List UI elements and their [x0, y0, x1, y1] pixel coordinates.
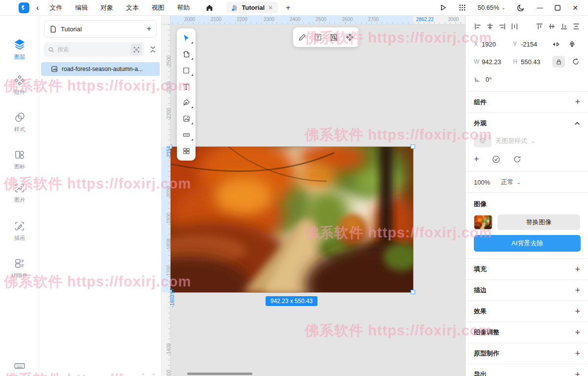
add-component-icon[interactable]: + — [575, 97, 580, 107]
close-button[interactable]: ✕ — [572, 4, 578, 12]
add-export-icon[interactable]: + — [575, 370, 580, 376]
layers-panel: Tutorial + 搜索 road-fo — [39, 16, 162, 376]
add-page-button[interactable]: + — [147, 24, 151, 34]
resources-grid-tool[interactable] — [177, 143, 196, 159]
distribute-h-icon[interactable] — [511, 23, 518, 30]
tab-tutorial[interactable]: Tutorial ✕ — [226, 2, 278, 13]
collapse-layers-icon[interactable] — [149, 46, 157, 53]
text-frame-icon[interactable] — [314, 33, 322, 42]
move-tool[interactable] — [177, 30, 196, 46]
sidebar-item-label: 图片 — [14, 196, 25, 204]
refresh-icon[interactable] — [513, 155, 521, 164]
pencil-tool-icon[interactable] — [298, 33, 307, 42]
add-prototype-icon[interactable]: + — [575, 349, 580, 359]
text-tool[interactable] — [177, 78, 196, 94]
rotate-icon[interactable] — [572, 58, 580, 66]
align-top-icon[interactable] — [536, 23, 543, 30]
sidebar-item-components[interactable]: 组件 — [0, 74, 39, 96]
align-right-icon[interactable] — [498, 23, 506, 30]
section-component[interactable]: 组件 + — [466, 92, 588, 113]
apps-grid-icon[interactable] — [459, 4, 466, 11]
minimize-button[interactable]: — — [537, 4, 543, 11]
frame-group-icon[interactable] — [329, 33, 339, 42]
maximize-button[interactable] — [555, 5, 561, 11]
sidebar-item-icons[interactable]: 图标 — [0, 149, 39, 170]
selected-image-object[interactable] — [170, 147, 413, 292]
ruler-h-label: 2700 — [368, 17, 379, 22]
sidebar-item-styles[interactable]: 样式 — [0, 112, 39, 133]
replace-image-button[interactable]: 替换图像 — [497, 214, 580, 230]
angle-icon — [474, 76, 481, 83]
horizontal-scrollbar[interactable] — [187, 373, 252, 375]
pen-tool[interactable] — [177, 94, 196, 111]
section-image-adjust[interactable]: 图像调整 + — [466, 322, 588, 343]
page-selector[interactable]: Tutorial + — [44, 20, 157, 38]
home-icon[interactable] — [205, 3, 214, 12]
sidebar-item-ui-kit[interactable]: UI组件 — [0, 258, 39, 279]
menu-edit[interactable]: 编辑 — [75, 3, 88, 12]
app-logo-icon[interactable] — [19, 2, 29, 13]
align-h-center-icon[interactable] — [486, 23, 494, 30]
ruler-v-label: -2000 — [166, 186, 172, 199]
menu-object[interactable]: 对象 — [100, 3, 113, 12]
add-image-adjust-icon[interactable]: + — [575, 328, 580, 338]
section-fill[interactable]: 填充 + — [466, 258, 588, 280]
angle-input[interactable]: 0° — [486, 76, 517, 83]
align-left-icon[interactable] — [474, 23, 482, 30]
sidebar-item-label: 样式 — [14, 126, 25, 133]
x-input[interactable]: 1920 — [482, 41, 513, 48]
check-circle-icon[interactable] — [492, 155, 500, 164]
sidebar-item-shortcuts[interactable]: 快捷方式 — [0, 359, 39, 376]
canvas[interactable]: 942.23 x 550.43 200021002200230024002500… — [162, 16, 466, 376]
align-v-center-icon[interactable] — [548, 23, 556, 30]
selection-handle-bottom-right[interactable] — [411, 290, 415, 294]
distribute-v-icon[interactable] — [572, 23, 580, 30]
layer-item-selected[interactable]: road-forest-season-autumn-a... — [41, 62, 160, 76]
add-fill-icon[interactable]: + — [575, 264, 580, 275]
new-tab-button[interactable]: + — [286, 3, 291, 13]
blend-mode-selector[interactable]: 正常 ⌄ — [501, 178, 520, 187]
sidebar-item-layers[interactable]: 图层 — [0, 38, 39, 61]
ai-background-remove-button[interactable]: AI背景去除 — [474, 235, 581, 252]
image-thumbnail[interactable] — [474, 215, 492, 230]
filter-scan-icon[interactable] — [130, 44, 142, 55]
section-stroke[interactable]: 描边 + — [466, 280, 588, 301]
selection-handle-top-right[interactable] — [411, 144, 415, 149]
menu-text[interactable]: 文本 — [126, 3, 139, 12]
frame-tool[interactable] — [177, 46, 196, 62]
tab-close-icon[interactable]: ✕ — [268, 4, 273, 11]
play-icon[interactable] — [440, 4, 447, 11]
zoom-level-control[interactable]: 50.65% ⌄ — [478, 4, 505, 11]
menu-file[interactable]: 文件 — [49, 3, 62, 12]
opacity-value[interactable]: 100% — [474, 179, 490, 186]
y-label: Y — [513, 41, 521, 47]
sidebar-item-images[interactable]: 图片 — [0, 182, 39, 204]
add-effect-icon[interactable]: + — [575, 306, 580, 317]
collapse-chevron-icon[interactable] — [574, 120, 580, 126]
section-export[interactable]: 导出 + — [466, 364, 588, 376]
dark-mode-moon-icon[interactable] — [517, 4, 525, 12]
flip-horizontal-icon[interactable] — [552, 41, 560, 48]
add-style-icon[interactable]: + — [474, 154, 479, 164]
menu-help[interactable]: 帮助 — [177, 3, 190, 12]
rectangle-tool[interactable] — [177, 62, 196, 78]
y-input[interactable]: -2154 — [521, 41, 552, 48]
add-stroke-icon[interactable]: + — [575, 285, 580, 296]
lock-ratio-button[interactable] — [552, 56, 565, 68]
component-tool-icon[interactable] — [345, 33, 354, 42]
section-prototype[interactable]: 原型制作 + — [466, 343, 588, 364]
section-appearance[interactable]: 外观 — [466, 113, 588, 134]
menu-view[interactable]: 视图 — [151, 3, 164, 12]
sidebar-item-illustrations[interactable]: 插画 — [0, 220, 39, 242]
w-input[interactable]: 942.23 — [482, 58, 513, 66]
image-tool[interactable] — [177, 111, 196, 127]
search-input[interactable]: 搜索 — [44, 42, 144, 57]
ruler-v-label: -1400 — [166, 343, 172, 356]
h-input[interactable]: 550.43 — [521, 58, 552, 66]
back-chevron-icon[interactable]: ‹ — [36, 4, 39, 12]
layer-style-selector[interactable]: 无图层样式 ⌄ — [466, 134, 588, 147]
flip-vertical-icon[interactable] — [568, 41, 576, 48]
section-effects[interactable]: 效果 + — [466, 301, 588, 322]
align-bottom-icon[interactable] — [560, 23, 568, 30]
input-widget-tool[interactable] — [177, 127, 196, 143]
